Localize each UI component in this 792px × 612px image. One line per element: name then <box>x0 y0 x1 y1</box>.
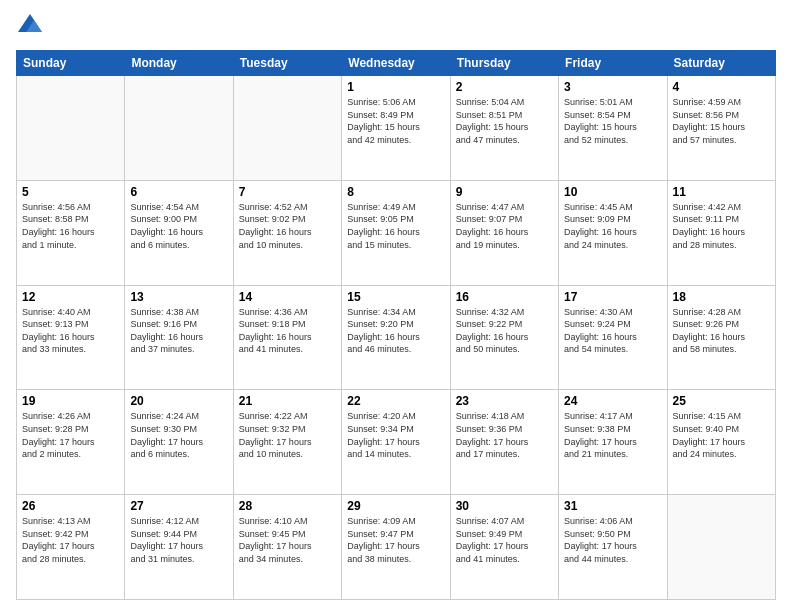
day-number: 23 <box>456 394 553 408</box>
calendar-day-cell: 11Sunrise: 4:42 AM Sunset: 9:11 PM Dayli… <box>667 180 775 285</box>
day-number: 4 <box>673 80 770 94</box>
day-number: 12 <box>22 290 119 304</box>
day-number: 9 <box>456 185 553 199</box>
calendar-week-row: 12Sunrise: 4:40 AM Sunset: 9:13 PM Dayli… <box>17 285 776 390</box>
day-info: Sunrise: 5:06 AM Sunset: 8:49 PM Dayligh… <box>347 96 444 146</box>
day-info: Sunrise: 4:40 AM Sunset: 9:13 PM Dayligh… <box>22 306 119 356</box>
calendar-day-cell: 5Sunrise: 4:56 AM Sunset: 8:58 PM Daylig… <box>17 180 125 285</box>
day-number: 2 <box>456 80 553 94</box>
day-number: 11 <box>673 185 770 199</box>
calendar-day-cell <box>233 76 341 181</box>
day-info: Sunrise: 4:26 AM Sunset: 9:28 PM Dayligh… <box>22 410 119 460</box>
calendar-day-header: Saturday <box>667 51 775 76</box>
calendar-day-cell: 26Sunrise: 4:13 AM Sunset: 9:42 PM Dayli… <box>17 495 125 600</box>
day-info: Sunrise: 4:13 AM Sunset: 9:42 PM Dayligh… <box>22 515 119 565</box>
calendar-day-cell: 7Sunrise: 4:52 AM Sunset: 9:02 PM Daylig… <box>233 180 341 285</box>
calendar-day-cell: 15Sunrise: 4:34 AM Sunset: 9:20 PM Dayli… <box>342 285 450 390</box>
calendar-day-cell: 9Sunrise: 4:47 AM Sunset: 9:07 PM Daylig… <box>450 180 558 285</box>
calendar-day-cell: 3Sunrise: 5:01 AM Sunset: 8:54 PM Daylig… <box>559 76 667 181</box>
day-number: 1 <box>347 80 444 94</box>
calendar-day-header: Friday <box>559 51 667 76</box>
header <box>16 12 776 40</box>
calendar-day-cell: 12Sunrise: 4:40 AM Sunset: 9:13 PM Dayli… <box>17 285 125 390</box>
day-info: Sunrise: 4:47 AM Sunset: 9:07 PM Dayligh… <box>456 201 553 251</box>
day-number: 26 <box>22 499 119 513</box>
logo-icon <box>16 12 44 40</box>
day-info: Sunrise: 4:24 AM Sunset: 9:30 PM Dayligh… <box>130 410 227 460</box>
day-info: Sunrise: 4:56 AM Sunset: 8:58 PM Dayligh… <box>22 201 119 251</box>
day-number: 29 <box>347 499 444 513</box>
calendar-day-cell: 25Sunrise: 4:15 AM Sunset: 9:40 PM Dayli… <box>667 390 775 495</box>
day-number: 16 <box>456 290 553 304</box>
day-number: 3 <box>564 80 661 94</box>
day-info: Sunrise: 4:22 AM Sunset: 9:32 PM Dayligh… <box>239 410 336 460</box>
day-info: Sunrise: 4:49 AM Sunset: 9:05 PM Dayligh… <box>347 201 444 251</box>
day-info: Sunrise: 4:10 AM Sunset: 9:45 PM Dayligh… <box>239 515 336 565</box>
calendar-table: SundayMondayTuesdayWednesdayThursdayFrid… <box>16 50 776 600</box>
day-number: 20 <box>130 394 227 408</box>
calendar-day-cell: 19Sunrise: 4:26 AM Sunset: 9:28 PM Dayli… <box>17 390 125 495</box>
calendar-day-cell: 18Sunrise: 4:28 AM Sunset: 9:26 PM Dayli… <box>667 285 775 390</box>
calendar-day-cell: 28Sunrise: 4:10 AM Sunset: 9:45 PM Dayli… <box>233 495 341 600</box>
day-number: 7 <box>239 185 336 199</box>
day-number: 18 <box>673 290 770 304</box>
calendar-day-cell: 16Sunrise: 4:32 AM Sunset: 9:22 PM Dayli… <box>450 285 558 390</box>
day-number: 25 <box>673 394 770 408</box>
calendar-week-row: 1Sunrise: 5:06 AM Sunset: 8:49 PM Daylig… <box>17 76 776 181</box>
logo <box>16 12 48 40</box>
day-info: Sunrise: 4:52 AM Sunset: 9:02 PM Dayligh… <box>239 201 336 251</box>
calendar-day-cell: 8Sunrise: 4:49 AM Sunset: 9:05 PM Daylig… <box>342 180 450 285</box>
calendar-day-cell: 6Sunrise: 4:54 AM Sunset: 9:00 PM Daylig… <box>125 180 233 285</box>
calendar-day-cell: 17Sunrise: 4:30 AM Sunset: 9:24 PM Dayli… <box>559 285 667 390</box>
day-info: Sunrise: 4:18 AM Sunset: 9:36 PM Dayligh… <box>456 410 553 460</box>
day-info: Sunrise: 4:38 AM Sunset: 9:16 PM Dayligh… <box>130 306 227 356</box>
day-info: Sunrise: 4:12 AM Sunset: 9:44 PM Dayligh… <box>130 515 227 565</box>
calendar-day-cell: 2Sunrise: 5:04 AM Sunset: 8:51 PM Daylig… <box>450 76 558 181</box>
day-number: 10 <box>564 185 661 199</box>
calendar-week-row: 19Sunrise: 4:26 AM Sunset: 9:28 PM Dayli… <box>17 390 776 495</box>
calendar-day-header: Wednesday <box>342 51 450 76</box>
day-number: 27 <box>130 499 227 513</box>
calendar-day-cell: 10Sunrise: 4:45 AM Sunset: 9:09 PM Dayli… <box>559 180 667 285</box>
calendar-day-cell: 1Sunrise: 5:06 AM Sunset: 8:49 PM Daylig… <box>342 76 450 181</box>
calendar-day-cell: 23Sunrise: 4:18 AM Sunset: 9:36 PM Dayli… <box>450 390 558 495</box>
day-info: Sunrise: 4:15 AM Sunset: 9:40 PM Dayligh… <box>673 410 770 460</box>
calendar-day-cell: 14Sunrise: 4:36 AM Sunset: 9:18 PM Dayli… <box>233 285 341 390</box>
calendar-day-cell: 31Sunrise: 4:06 AM Sunset: 9:50 PM Dayli… <box>559 495 667 600</box>
day-number: 22 <box>347 394 444 408</box>
calendar-day-cell <box>17 76 125 181</box>
calendar-header-row: SundayMondayTuesdayWednesdayThursdayFrid… <box>17 51 776 76</box>
day-info: Sunrise: 4:34 AM Sunset: 9:20 PM Dayligh… <box>347 306 444 356</box>
calendar-day-header: Sunday <box>17 51 125 76</box>
day-number: 30 <box>456 499 553 513</box>
day-info: Sunrise: 4:20 AM Sunset: 9:34 PM Dayligh… <box>347 410 444 460</box>
day-info: Sunrise: 5:01 AM Sunset: 8:54 PM Dayligh… <box>564 96 661 146</box>
day-number: 5 <box>22 185 119 199</box>
day-number: 15 <box>347 290 444 304</box>
calendar-day-cell: 13Sunrise: 4:38 AM Sunset: 9:16 PM Dayli… <box>125 285 233 390</box>
day-info: Sunrise: 4:36 AM Sunset: 9:18 PM Dayligh… <box>239 306 336 356</box>
calendar-day-cell: 30Sunrise: 4:07 AM Sunset: 9:49 PM Dayli… <box>450 495 558 600</box>
calendar-day-header: Monday <box>125 51 233 76</box>
day-info: Sunrise: 4:09 AM Sunset: 9:47 PM Dayligh… <box>347 515 444 565</box>
calendar-day-cell: 22Sunrise: 4:20 AM Sunset: 9:34 PM Dayli… <box>342 390 450 495</box>
day-number: 14 <box>239 290 336 304</box>
day-info: Sunrise: 4:28 AM Sunset: 9:26 PM Dayligh… <box>673 306 770 356</box>
day-info: Sunrise: 4:17 AM Sunset: 9:38 PM Dayligh… <box>564 410 661 460</box>
day-number: 24 <box>564 394 661 408</box>
day-number: 17 <box>564 290 661 304</box>
day-info: Sunrise: 4:45 AM Sunset: 9:09 PM Dayligh… <box>564 201 661 251</box>
day-number: 31 <box>564 499 661 513</box>
calendar-day-cell: 27Sunrise: 4:12 AM Sunset: 9:44 PM Dayli… <box>125 495 233 600</box>
calendar-day-cell <box>667 495 775 600</box>
day-number: 6 <box>130 185 227 199</box>
page: SundayMondayTuesdayWednesdayThursdayFrid… <box>0 0 792 612</box>
day-number: 13 <box>130 290 227 304</box>
calendar-day-cell: 29Sunrise: 4:09 AM Sunset: 9:47 PM Dayli… <box>342 495 450 600</box>
day-info: Sunrise: 4:54 AM Sunset: 9:00 PM Dayligh… <box>130 201 227 251</box>
calendar-day-cell: 21Sunrise: 4:22 AM Sunset: 9:32 PM Dayli… <box>233 390 341 495</box>
day-info: Sunrise: 4:32 AM Sunset: 9:22 PM Dayligh… <box>456 306 553 356</box>
calendar-day-cell <box>125 76 233 181</box>
day-number: 28 <box>239 499 336 513</box>
day-number: 19 <box>22 394 119 408</box>
